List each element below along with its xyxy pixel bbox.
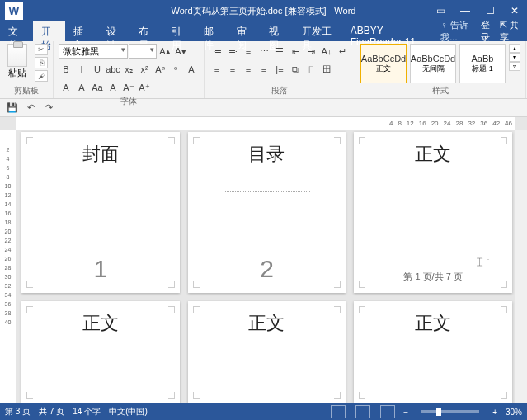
style-gallery-nav[interactable]: ▴▾▿	[509, 44, 520, 71]
font-btn2-1[interactable]: A	[74, 80, 89, 95]
group-font: 微软雅黑 A▴ A▾ BIUabcx₂x²AᵃᵃA AAAaAA⁻A⁺ 字体	[54, 41, 205, 98]
view-print-layout[interactable]	[355, 405, 370, 418]
style-card-正文[interactable]: AaBbCcDd正文	[360, 44, 407, 83]
font-btn-8[interactable]: A	[184, 62, 199, 77]
page-1[interactable]: 封面1	[21, 132, 180, 293]
para-btn2-0[interactable]: ≡	[209, 62, 224, 77]
para-btn2-5[interactable]: ⧉	[288, 62, 303, 77]
para-btn-1[interactable]: ≕	[225, 44, 240, 59]
para-btn-6[interactable]: ⇥	[303, 44, 318, 59]
grow-font-icon[interactable]: A▴	[158, 44, 172, 59]
page-5[interactable]: 正文	[188, 301, 346, 403]
tab-file[interactable]: 文件	[0, 21, 33, 41]
tab-design[interactable]: 设计	[98, 21, 131, 41]
para-btn-0[interactable]: ≔	[209, 44, 224, 59]
status-total[interactable]: 共 7 页	[39, 406, 64, 418]
para-btn2-7[interactable]: 田	[319, 62, 334, 77]
page-3[interactable]: 正文第 1 页/共 7 页⌶ ⁼	[354, 132, 512, 293]
font-btn-7[interactable]: ᵃ	[168, 62, 183, 77]
font-btn-6[interactable]: Aᵃ	[153, 62, 167, 77]
tab-mailings[interactable]: 邮件	[195, 21, 228, 41]
clipboard-icon	[7, 44, 27, 67]
view-read-mode[interactable]	[331, 405, 346, 418]
view-web-layout[interactable]	[380, 405, 395, 418]
tab-insert[interactable]: 插入	[65, 21, 98, 41]
font-btn2-5[interactable]: A⁺	[137, 80, 152, 95]
para-btn2-2[interactable]: ≡	[241, 62, 256, 77]
para-btn2-6[interactable]: ⌷	[303, 62, 318, 77]
minimize-button[interactable]: —	[453, 0, 478, 21]
page-footer: 第 1 页/共 7 页	[403, 271, 463, 283]
tell-me[interactable]: ♀ 告诉我...	[440, 19, 475, 44]
font-btn-5[interactable]: x²	[137, 62, 152, 77]
font-btn-0[interactable]: B	[59, 62, 73, 77]
font-btn2-2[interactable]: Aa	[90, 80, 105, 95]
tab-abbyy[interactable]: ABBYY FineReader 11	[342, 21, 441, 41]
page-4[interactable]: 正文	[21, 301, 180, 403]
page-2[interactable]: 目录2	[188, 132, 346, 293]
para-btn-7[interactable]: A↓	[319, 44, 334, 59]
login-link[interactable]: 登录	[481, 19, 495, 44]
para-btn-5[interactable]: ⇤	[288, 44, 303, 59]
statusbar: 第 3 页 共 7 页 14 个字 中文(中国) − + 30%	[0, 403, 527, 420]
zoom-slider[interactable]	[421, 410, 479, 413]
font-size-combo[interactable]	[129, 44, 157, 59]
font-btn-2[interactable]: U	[90, 62, 105, 77]
copy-button[interactable]: ⎘	[35, 57, 48, 68]
group-paragraph: ≔≕≡⋯☰⇤⇥A↓↵ ≡≡≡≡|≡⧉⌷田 段落	[205, 41, 355, 98]
scrollbar-vertical[interactable]	[515, 130, 527, 403]
close-button[interactable]: ✕	[502, 0, 527, 21]
font-name-combo[interactable]: 微软雅黑	[59, 44, 128, 59]
tab-view[interactable]: 视图	[261, 21, 294, 41]
share-button[interactable]: ⇱ 共享	[500, 19, 522, 44]
zoom-in-button[interactable]: +	[492, 408, 497, 417]
tab-references[interactable]: 引用	[163, 21, 196, 41]
page-heading: 封面	[82, 142, 119, 167]
status-words[interactable]: 14 个字	[73, 406, 101, 418]
page-number: 2	[260, 255, 274, 283]
font-btn-3[interactable]: abc	[106, 62, 120, 77]
para-btn-8[interactable]: ↵	[335, 44, 350, 59]
group-label: 样式	[360, 84, 520, 98]
status-page[interactable]: 第 3 页	[5, 406, 31, 418]
status-lang[interactable]: 中文(中国)	[109, 406, 148, 418]
cut-button[interactable]: ✂	[35, 44, 48, 55]
tab-layout[interactable]: 布局	[130, 21, 163, 41]
para-btn-2[interactable]: ≡	[241, 44, 256, 59]
page-number: 1	[93, 255, 107, 283]
titlebar: W Word页码从第三页开始.doc [兼容模式] - Word ▭ — ☐ ✕	[0, 0, 527, 21]
font-btn-1[interactable]: I	[74, 62, 89, 77]
group-label: 字体	[59, 95, 199, 109]
para-btn-3[interactable]: ⋯	[256, 44, 271, 59]
font-btn2-3[interactable]: A	[106, 80, 120, 95]
tab-review[interactable]: 审阅	[228, 21, 261, 41]
restore-button[interactable]: ☐	[478, 0, 502, 21]
paste-button[interactable]: 粘贴	[5, 44, 30, 79]
ruler-vertical[interactable]: 246810121416182022242628303234363840	[0, 130, 16, 403]
style-card-标题 1[interactable]: AaBb标题 1	[459, 44, 506, 83]
format-painter-button[interactable]: 🖌	[35, 70, 48, 82]
page-heading: 正文	[415, 142, 451, 167]
zoom-out-button[interactable]: −	[403, 408, 408, 417]
undo-icon[interactable]: ↶	[23, 101, 38, 116]
para-btn2-4[interactable]: |≡	[272, 62, 287, 77]
style-card-无间隔[interactable]: AaBbCcDd无间隔	[410, 44, 456, 83]
font-btn2-4[interactable]: A⁻	[121, 80, 136, 95]
para-btn2-3[interactable]: ≡	[256, 62, 271, 77]
para-btn-4[interactable]: ☰	[272, 44, 287, 59]
font-btn-4[interactable]: x₂	[121, 62, 136, 77]
group-label: 段落	[209, 84, 350, 98]
group-styles: AaBbCcDd正文AaBbCcDd无间隔AaBb标题 1▴▾▿ 样式	[355, 41, 526, 98]
ruler-horizontal[interactable]: 48121620242832364246	[16, 117, 515, 130]
tab-home[interactable]: 开始	[33, 21, 66, 41]
ribbon-options-icon[interactable]: ▭	[428, 0, 453, 21]
save-icon[interactable]: 💾	[5, 101, 20, 116]
redo-icon[interactable]: ↷	[41, 101, 56, 116]
para-btn2-1[interactable]: ≡	[225, 62, 240, 77]
page-6[interactable]: 正文	[354, 301, 512, 403]
zoom-level[interactable]: 30%	[506, 408, 522, 417]
shrink-font-icon[interactable]: A▾	[173, 44, 188, 59]
font-btn2-0[interactable]: A	[59, 80, 73, 95]
page-thumbnails: 封面1目录2正文第 1 页/共 7 页⌶ ⁼正文正文正文	[21, 132, 512, 403]
tab-developer[interactable]: 开发工具	[294, 21, 342, 41]
